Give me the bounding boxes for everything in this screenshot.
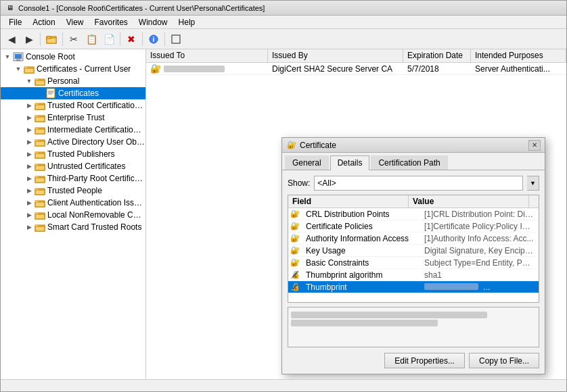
tree-item-trusted-root[interactable]: ▶ Trusted Root Certification Au... (1, 99, 145, 112)
tree-item-active-directory[interactable]: ▶ Active Directory User Object (1, 136, 145, 148)
active-directory-label: Active Directory User Object (47, 137, 145, 147)
smart-card-icon (35, 222, 45, 232)
certs-current-user-icon (24, 64, 35, 74)
tree-item-trusted-publishers[interactable]: ▶ Trusted Publishers (1, 148, 145, 160)
expand-personal[interactable]: ▼ (24, 76, 35, 87)
tree-panel: ▼ Console Root ▼ Certificates - Current … (1, 49, 146, 379)
tree-item-untrusted[interactable]: ▶ Untrusted Certificates (1, 160, 145, 172)
certificates-icon (45, 88, 56, 99)
expand-smart-card[interactable]: ▶ (24, 222, 35, 232)
dialog-icon: 🔐 (286, 140, 297, 151)
col-expiration[interactable]: Expiration Date (403, 49, 471, 62)
dialog-title-bar: 🔐 Certificate ✕ (282, 138, 545, 153)
expand-third-party[interactable]: ▶ (24, 173, 35, 184)
trusted-root-icon (35, 100, 45, 111)
fields-table: Field Value 🔐 CRL Distribution Points [1… (288, 195, 539, 303)
svg-rect-10 (24, 68, 34, 73)
tree-item-intermediate[interactable]: ▶ Intermediate Certification Au... (1, 124, 145, 136)
menu-item-action[interactable]: Action (27, 16, 60, 28)
expand-intermediate[interactable]: ▶ (24, 124, 35, 135)
field-value-key-usage: Digital Signature, Key Encipher... (420, 245, 539, 256)
tab-bar: General Details Certification Path (282, 153, 545, 170)
dialog-close-button[interactable]: ✕ (528, 140, 541, 151)
tree-item-certificates[interactable]: Certificates (1, 87, 145, 99)
expand-certificates[interactable] (35, 88, 45, 99)
expand-trusted-publishers[interactable]: ▶ (24, 149, 35, 160)
field-row-basic-constraints[interactable]: 🔐 Basic Constraints Subject Type=End Ent… (288, 257, 539, 269)
cut-button[interactable]: ✂ (66, 31, 82, 47)
field-row-thumb-algo[interactable]: 🔏 Thumbprint algorithm sha1 (288, 269, 539, 281)
field-name-crl: CRL Distribution Points (302, 209, 420, 220)
list-header: Issued To Issued By Expiration Date Inte… (146, 49, 566, 63)
expand-trusted-people[interactable]: ▶ (24, 185, 35, 196)
expand-enterprise-trust[interactable]: ▶ (24, 112, 35, 123)
svg-rect-44 (35, 202, 45, 207)
tree-item-certs-current-user[interactable]: ▼ Certificates - Current User (1, 63, 145, 75)
menu-item-file[interactable]: File (3, 16, 27, 28)
menu-item-help[interactable]: Help (173, 16, 201, 28)
tree-item-console-root[interactable]: ▼ Console Root (1, 51, 145, 63)
client-auth-label: Client Authentication Issuers (47, 198, 145, 207)
field-row-cert-policies[interactable]: 🔐 Certificate Policies [1]Certificate Po… (288, 220, 539, 232)
menu-item-window[interactable]: Window (133, 16, 173, 28)
svg-rect-26 (35, 129, 45, 134)
field-row-aia[interactable]: 🔐 Authority Information Access [1]Author… (288, 232, 539, 245)
expand-trusted-root[interactable]: ▶ (24, 100, 35, 111)
enterprise-trust-icon (35, 112, 45, 123)
tab-certification-path[interactable]: Certification Path (371, 155, 447, 170)
tree-item-enterprise-trust[interactable]: ▶ Enterprise Trust (1, 112, 145, 124)
field-row-key-usage[interactable]: 🔐 Key Usage Digital Signature, Key Encip… (288, 245, 539, 257)
main-window: 🖥 Console1 - [Console Root\Certificates … (0, 0, 567, 392)
expand-certs-current-user[interactable]: ▼ (13, 64, 24, 74)
row-purposes: Server Authenticati... (471, 64, 566, 74)
svg-rect-7 (15, 54, 22, 59)
title-bar: 🖥 Console1 - [Console Root\Certificates … (1, 1, 566, 16)
menu-item-favorites[interactable]: Favorites (89, 16, 133, 28)
expand-console-root[interactable]: ▼ (2, 51, 13, 62)
field-icon-crl: 🔐 (290, 209, 300, 220)
list-row[interactable]: 🔐 DigiCert SHA2 Secure Server CA 5/7/201… (146, 63, 566, 75)
edit-properties-button[interactable]: Edit Properties... (384, 353, 465, 368)
show-select[interactable] (314, 176, 523, 191)
tab-general[interactable]: General (285, 155, 329, 170)
tree-item-local-nonremovable[interactable]: ▶ Local NonRemovable Certifica... (1, 209, 145, 221)
field-icon-thumbprint: 🔏 (290, 282, 300, 293)
tab-details[interactable]: Details (330, 155, 370, 170)
untrusted-icon (35, 161, 45, 172)
tree-item-personal[interactable]: ▼ Personal (1, 75, 145, 87)
field-icon-aia: 🔐 (290, 233, 300, 244)
extra-button[interactable] (168, 31, 184, 47)
col-issued-to[interactable]: Issued To (146, 49, 268, 62)
svg-rect-2 (47, 36, 51, 39)
value-area[interactable] (288, 307, 539, 347)
expand-local-nonremovable[interactable]: ▶ (24, 210, 35, 220)
menu-item-view[interactable]: View (61, 16, 89, 28)
paste-button[interactable]: 📄 (101, 31, 117, 47)
tree-item-client-auth[interactable]: ▶ Client Authentication Issuers (1, 197, 145, 209)
properties-button[interactable]: i (145, 31, 162, 47)
show-dropdown-arrow[interactable]: ▼ (527, 176, 539, 191)
col-issued-by[interactable]: Issued By (268, 49, 403, 62)
toolbar-sep-3 (120, 32, 120, 46)
svg-rect-23 (35, 117, 45, 122)
intermediate-icon (35, 124, 45, 135)
col-purposes[interactable]: Intended Purposes (471, 49, 566, 62)
expand-untrusted[interactable]: ▶ (24, 161, 35, 172)
copy-to-file-button[interactable]: Copy to File... (469, 353, 539, 368)
copy-button[interactable]: 📋 (83, 31, 99, 47)
forward-button[interactable]: ▶ (21, 31, 37, 47)
tree-item-smart-card[interactable]: ▶ Smart Card Trusted Roots (1, 221, 145, 233)
certificate-dialog: 🔐 Certificate ✕ General Details Certific… (281, 137, 545, 374)
folder-button[interactable] (43, 31, 60, 47)
field-row-thumbprint[interactable]: 🔏 Thumbprint ... (288, 281, 539, 293)
tree-item-third-party[interactable]: ▶ Third-Party Root Certification... (1, 172, 145, 185)
delete-button[interactable]: ✖ (123, 31, 139, 47)
enterprise-trust-label: Enterprise Trust (47, 113, 105, 122)
field-row-crl[interactable]: 🔐 CRL Distribution Points [1]CRL Distrib… (288, 208, 539, 220)
tree-item-trusted-people[interactable]: ▶ Trusted People (1, 185, 145, 197)
expand-active-directory[interactable]: ▶ (24, 137, 35, 147)
back-button[interactable]: ◀ (3, 31, 20, 47)
expand-client-auth[interactable]: ▶ (24, 197, 35, 208)
field-name-aia: Authority Information Access (302, 233, 420, 244)
content-wrapper: ▼ Console Root ▼ Certificates - Current … (1, 49, 566, 379)
